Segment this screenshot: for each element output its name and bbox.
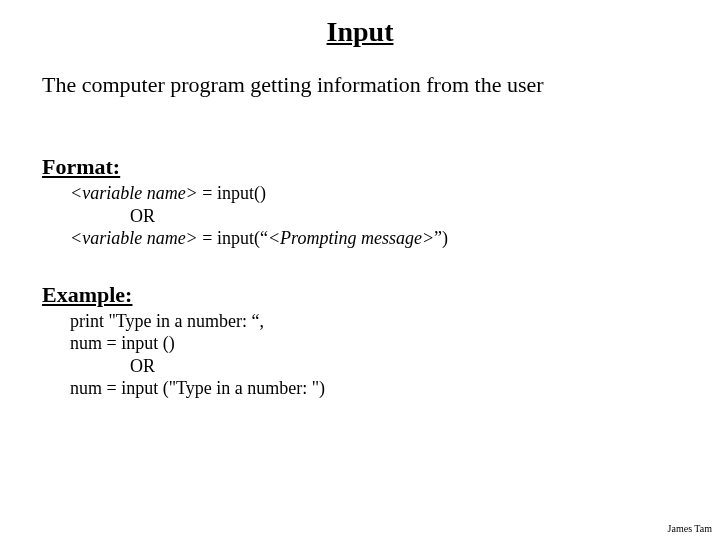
format-block: <variable name> = input() OR <variable n… bbox=[70, 182, 720, 250]
format-end-2: ”) bbox=[434, 228, 448, 248]
format-or: OR bbox=[130, 205, 720, 228]
example-line-1: print "Type in a number: “, bbox=[70, 310, 720, 333]
tagline: The computer program getting information… bbox=[42, 72, 720, 98]
format-rest-1: = input() bbox=[198, 183, 266, 203]
format-heading: Format: bbox=[42, 154, 720, 180]
format-line-2: <variable name> = input(“<Prompting mess… bbox=[70, 227, 720, 250]
format-prompt: <Prompting message> bbox=[268, 228, 434, 248]
page-title: Input bbox=[0, 0, 720, 48]
footer-author: James Tam bbox=[668, 523, 712, 534]
example-line-2: num = input () bbox=[70, 332, 720, 355]
example-or: OR bbox=[130, 355, 720, 378]
format-mid-2: = input(“ bbox=[198, 228, 268, 248]
format-line-1: <variable name> = input() bbox=[70, 182, 720, 205]
format-var-1: <variable name> bbox=[70, 183, 198, 203]
example-heading: Example: bbox=[42, 282, 720, 308]
example-line-3: num = input ("Type in a number: ") bbox=[70, 377, 720, 400]
format-var-2: <variable name> bbox=[70, 228, 198, 248]
slide: Input The computer program getting infor… bbox=[0, 0, 720, 540]
example-block: print "Type in a number: “, num = input … bbox=[70, 310, 720, 400]
